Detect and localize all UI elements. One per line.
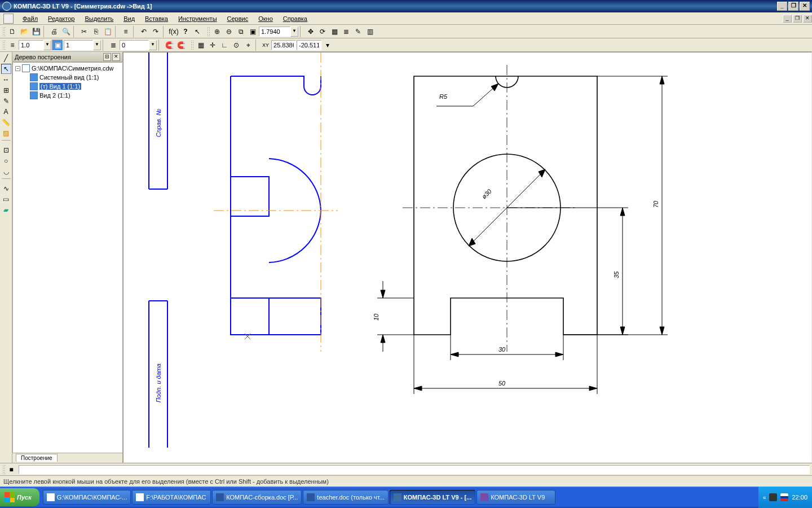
- copy-button[interactable]: ⎘: [90, 26, 102, 37]
- layer-input[interactable]: [120, 40, 149, 50]
- menu-window[interactable]: Окно: [254, 14, 277, 23]
- save-button[interactable]: 💾: [30, 26, 42, 37]
- mdi-restore-button[interactable]: ❐: [793, 15, 802, 23]
- menu-select[interactable]: Выделить: [80, 14, 118, 23]
- grid-button[interactable]: ▦: [195, 40, 206, 51]
- tray-expand-button[interactable]: «: [763, 494, 766, 501]
- tree-root-node[interactable]: − G:\КОМПАС\Симметрия.cdw: [14, 64, 121, 73]
- print-button[interactable]: 🖨: [48, 26, 60, 37]
- preview-button[interactable]: 🔍: [60, 26, 72, 37]
- menu-view[interactable]: Вид: [119, 14, 139, 23]
- toolbar-grip[interactable]: [2, 465, 5, 475]
- zoom-window-button[interactable]: ⧉: [235, 26, 246, 37]
- redraw-button[interactable]: ≣: [341, 26, 352, 37]
- help-button[interactable]: ?: [180, 26, 191, 37]
- parametric-tool[interactable]: A: [1, 107, 11, 117]
- mdi-document-icon[interactable]: [3, 14, 14, 24]
- tree-view-node[interactable]: Вид 2 (1:1): [14, 91, 121, 100]
- measure-tool[interactable]: 📏: [1, 117, 11, 128]
- tree-view-node[interactable]: Системный вид (1:1): [14, 73, 121, 82]
- edit-tool[interactable]: ✎: [1, 96, 11, 106]
- window-minimize-button[interactable]: _: [777, 2, 787, 11]
- dimension-tool[interactable]: ↔: [1, 75, 11, 85]
- properties-button[interactable]: ≡: [120, 26, 131, 37]
- zoom-out-button[interactable]: ⊖: [223, 26, 235, 37]
- undo-button[interactable]: ↶: [138, 26, 149, 37]
- lcs-button[interactable]: ⌖: [242, 40, 254, 51]
- start-button[interactable]: Пуск: [0, 488, 39, 506]
- refresh-button[interactable]: ▦: [329, 26, 340, 37]
- rect-tool[interactable]: ▭: [1, 194, 11, 204]
- window-close-button[interactable]: ✕: [800, 2, 810, 11]
- toolbar-grip[interactable]: [2, 40, 5, 50]
- menu-edit[interactable]: Редактор: [43, 14, 79, 23]
- snap-off-button[interactable]: 🧲: [175, 40, 187, 51]
- view-number-combo[interactable]: ▼: [64, 40, 101, 50]
- coord-x-input[interactable]: [271, 40, 296, 50]
- ortho-button[interactable]: ∟: [219, 40, 230, 51]
- snap-button[interactable]: ✛: [207, 40, 218, 51]
- style-button[interactable]: ≡: [7, 40, 18, 51]
- designation-tool[interactable]: ⊞: [1, 85, 11, 95]
- spline-tool[interactable]: ∿: [1, 183, 11, 194]
- view-button[interactable]: ▣: [52, 40, 63, 51]
- tray-clock[interactable]: 22:00: [792, 494, 807, 501]
- toolbar-grip[interactable]: [191, 40, 193, 50]
- tree-collapse-icon[interactable]: −: [15, 66, 20, 71]
- tree-view-node[interactable]: (т) Вид 1 (1:1): [14, 82, 121, 91]
- edit-button[interactable]: ✎: [352, 26, 364, 37]
- geometry-tool[interactable]: ╱: [1, 53, 11, 63]
- toolbar-grip[interactable]: [207, 27, 210, 37]
- tray-lang-icon[interactable]: [780, 493, 788, 501]
- scale-input[interactable]: [19, 40, 43, 50]
- cursor-button[interactable]: ↖: [192, 26, 203, 37]
- taskbar-item[interactable]: G:\КОМПАС\КОМПАС-...: [43, 490, 131, 505]
- zoom-combo[interactable]: ▼: [259, 27, 298, 37]
- taskbar-item[interactable]: F:\РАБОТА\КОМПАС: [132, 490, 211, 505]
- dropdown-arrow-icon[interactable]: ▼: [43, 40, 51, 50]
- drawing-canvas[interactable]: Справ. № Подп. и дата: [123, 52, 812, 463]
- layers-button[interactable]: ≣: [108, 40, 119, 51]
- tree-close-button[interactable]: ✕: [112, 53, 120, 61]
- window-button[interactable]: ▥: [364, 26, 376, 37]
- circle-tool[interactable]: ○: [1, 156, 11, 166]
- dropdown-arrow-icon[interactable]: ▼: [149, 40, 157, 50]
- hatch-tool[interactable]: ▨: [1, 128, 11, 138]
- zoom-in-button[interactable]: ⊕: [211, 26, 223, 37]
- menu-file[interactable]: Файл: [18, 14, 42, 23]
- taskbar-item[interactable]: КОМПАС-3D LT V9: [476, 490, 555, 505]
- zoom-fit-button[interactable]: ▣: [247, 26, 258, 37]
- round-button[interactable]: ⊙: [231, 40, 242, 51]
- rotate-view-button[interactable]: ⟳: [317, 26, 328, 37]
- taskbar-item[interactable]: КОМПАС-3D LT V9 - [...: [390, 490, 475, 505]
- zoom-input[interactable]: [259, 27, 290, 37]
- select-tool[interactable]: ↖: [1, 64, 11, 74]
- fill-tool[interactable]: ▰: [1, 205, 11, 215]
- point-tool[interactable]: ⊡: [1, 145, 11, 155]
- tray-icon[interactable]: [769, 493, 777, 501]
- snap-on-button[interactable]: 🧲: [164, 40, 175, 51]
- toolbar-grip[interactable]: [2, 27, 5, 37]
- build-tree[interactable]: − G:\КОМПАС\Симметрия.cdw Системный вид …: [12, 62, 122, 453]
- taskbar-item[interactable]: teacher.doc (только чт...: [303, 490, 388, 505]
- dropdown-arrow-icon[interactable]: ▼: [93, 40, 101, 50]
- menu-tools[interactable]: Инструменты: [174, 14, 222, 23]
- window-maximize-button[interactable]: ❐: [788, 2, 798, 11]
- system-tray[interactable]: « 22:00: [758, 487, 812, 508]
- command-input[interactable]: [19, 465, 810, 474]
- redo-button[interactable]: ↷: [150, 26, 161, 37]
- stop-button[interactable]: ■: [6, 465, 16, 475]
- tree-pin-button[interactable]: ⊟: [103, 53, 111, 61]
- mdi-close-button[interactable]: ✕: [803, 15, 812, 23]
- dropdown-arrow-icon[interactable]: ▼: [290, 27, 298, 37]
- new-button[interactable]: 🗋: [7, 26, 18, 37]
- variables-button[interactable]: f(x): [168, 26, 179, 37]
- arc-tool[interactable]: ◡: [1, 167, 11, 177]
- tree-tab-build[interactable]: Построение: [16, 454, 58, 462]
- open-button[interactable]: 📂: [19, 26, 30, 37]
- menu-insert[interactable]: Вставка: [140, 14, 173, 23]
- paste-button[interactable]: 📋: [102, 26, 113, 37]
- mdi-minimize-button[interactable]: _: [783, 15, 792, 23]
- coord-mode-button[interactable]: ▾: [322, 40, 333, 51]
- taskbar-item[interactable]: КОМПАС-сборка.doc [Р...: [212, 490, 302, 505]
